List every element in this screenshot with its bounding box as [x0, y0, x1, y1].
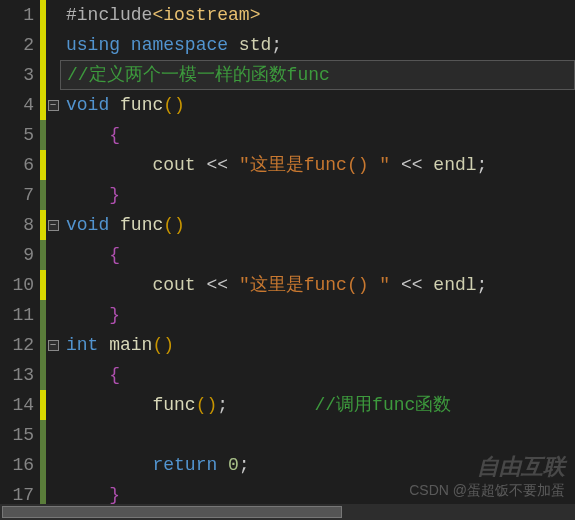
fold-collapse-icon[interactable]: − [48, 220, 59, 231]
code-token: #include [66, 5, 152, 25]
code-token: cout [152, 155, 195, 175]
line-number: 2 [0, 30, 34, 60]
code-token [120, 35, 131, 55]
code-token: << [401, 155, 423, 175]
code-token: void [66, 215, 109, 235]
fold-cell [46, 270, 60, 300]
code-line[interactable]: { [60, 360, 575, 390]
fold-cell [46, 240, 60, 270]
fold-column: −−− [46, 0, 60, 520]
code-token [196, 155, 207, 175]
line-number: 4 [0, 90, 34, 120]
code-line[interactable]: void func() [60, 210, 575, 240]
line-number: 11 [0, 300, 34, 330]
fold-collapse-icon[interactable]: − [48, 100, 59, 111]
code-token: //定义两个一模一样的函数func [67, 65, 330, 85]
code-token: func [120, 215, 163, 235]
fold-cell[interactable]: − [46, 210, 60, 240]
code-area[interactable]: #include<iostream>using namespace std;//… [60, 0, 575, 520]
code-token: << [206, 155, 228, 175]
code-token: ; [271, 35, 282, 55]
code-line[interactable]: //定义两个一模一样的函数func [60, 60, 575, 90]
code-token [390, 275, 401, 295]
code-token: ; [477, 275, 488, 295]
code-line[interactable] [60, 420, 575, 450]
code-token: << [206, 275, 228, 295]
code-token: () [163, 95, 185, 115]
code-token: return [152, 455, 217, 475]
code-line[interactable]: void func() [60, 90, 575, 120]
fold-cell [46, 180, 60, 210]
code-token: () [196, 395, 218, 415]
fold-cell [46, 0, 60, 30]
line-number: 10 [0, 270, 34, 300]
code-token [228, 35, 239, 55]
code-token: { [109, 125, 120, 145]
code-token [98, 335, 109, 355]
code-token: ; [239, 455, 250, 475]
scrollbar-thumb[interactable] [2, 506, 342, 518]
code-token: using [66, 35, 120, 55]
line-number: 6 [0, 150, 34, 180]
code-editor[interactable]: 1234567891011121314151617 −−− #include<i… [0, 0, 575, 520]
code-token: endl [433, 275, 476, 295]
fold-cell [46, 120, 60, 150]
line-number: 3 [0, 60, 34, 90]
code-token: namespace [131, 35, 228, 55]
code-token [228, 395, 314, 415]
line-number: 15 [0, 420, 34, 450]
code-line[interactable]: { [60, 240, 575, 270]
code-token: { [109, 365, 120, 385]
code-line[interactable]: using namespace std; [60, 30, 575, 60]
code-token: func [152, 395, 195, 415]
line-number: 12 [0, 330, 34, 360]
code-token: { [109, 245, 120, 265]
fold-cell[interactable]: − [46, 330, 60, 360]
code-token: //调用func函数 [314, 395, 451, 415]
fold-cell [46, 360, 60, 390]
line-number: 8 [0, 210, 34, 240]
code-token: cout [152, 275, 195, 295]
code-token [109, 95, 120, 115]
code-token [228, 275, 239, 295]
code-line[interactable]: } [60, 180, 575, 210]
code-line[interactable]: { [60, 120, 575, 150]
fold-cell [46, 300, 60, 330]
fold-cell [46, 30, 60, 60]
fold-cell[interactable]: − [46, 90, 60, 120]
code-line[interactable]: func(); //调用func函数 [60, 390, 575, 420]
fold-cell [46, 60, 60, 90]
code-token: << [401, 275, 423, 295]
line-number: 14 [0, 390, 34, 420]
horizontal-scrollbar[interactable] [0, 504, 575, 520]
code-token [228, 155, 239, 175]
line-number: 13 [0, 360, 34, 390]
line-number: 16 [0, 450, 34, 480]
code-token: std [239, 35, 271, 55]
fold-collapse-icon[interactable]: − [48, 340, 59, 351]
fold-cell [46, 420, 60, 450]
code-line[interactable]: #include<iostream> [60, 0, 575, 30]
line-number: 9 [0, 240, 34, 270]
code-token: } [109, 485, 120, 505]
code-token: endl [433, 155, 476, 175]
code-token: 0 [228, 455, 239, 475]
code-line[interactable]: cout << "这里是func() " << endl; [60, 150, 575, 180]
code-token: "这里是func() " [239, 155, 390, 175]
line-number-gutter: 1234567891011121314151617 [0, 0, 40, 520]
code-token: int [66, 335, 98, 355]
code-token [423, 155, 434, 175]
line-number: 5 [0, 120, 34, 150]
code-line[interactable]: } [60, 300, 575, 330]
code-line[interactable]: cout << "这里是func() " << endl; [60, 270, 575, 300]
code-token: ; [477, 155, 488, 175]
code-token: () [152, 335, 174, 355]
line-number: 7 [0, 180, 34, 210]
fold-cell [46, 150, 60, 180]
code-line[interactable]: return 0; [60, 450, 575, 480]
code-line[interactable]: int main() [60, 330, 575, 360]
code-token [423, 275, 434, 295]
code-token: void [66, 95, 109, 115]
fold-cell [46, 390, 60, 420]
fold-cell [46, 450, 60, 480]
